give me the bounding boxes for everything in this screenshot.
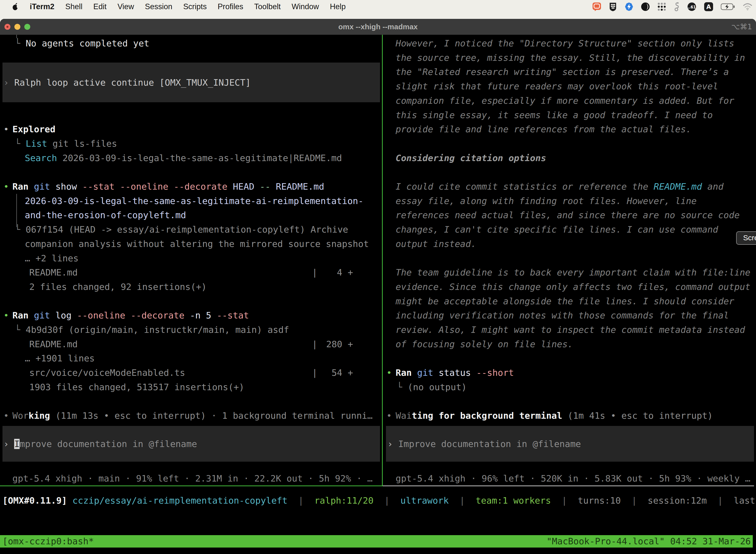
badge-61-icon[interactable]: ..61 bbox=[687, 0, 696, 13]
more-lines-note2: … +1901 lines bbox=[25, 351, 95, 366]
prompt-input-left-text: › Improve documentation in @filename bbox=[3, 437, 197, 451]
thinking-line: slight risk that future readers may over… bbox=[396, 79, 718, 94]
omx-status-bar: [OMX#0.11.9]cczip/essay/ai-reimplementat… bbox=[2, 493, 756, 508]
waiting-status-line: Waiting for background terminal (1m 41s … bbox=[396, 408, 713, 423]
diffstat-row3: src/voice/voiceModeEnabled.ts| 54 + bbox=[29, 366, 185, 380]
explored-bullet: • bbox=[3, 122, 9, 136]
menu-item-help[interactable]: Help bbox=[330, 2, 346, 11]
thinking-line: changes, I can't cite specific file line… bbox=[396, 222, 718, 237]
omx-turns: turns:10 bbox=[578, 495, 621, 506]
readme-link: README.md bbox=[653, 181, 702, 191]
menu-item-window[interactable]: Window bbox=[292, 2, 319, 11]
diffstat-summary: 2 files changed, 92 insertions(+) bbox=[29, 280, 207, 294]
menu-item-shell[interactable]: Shell bbox=[65, 2, 82, 11]
command-arg-wrap2: and-the-erosion-of-copyleft.md bbox=[25, 208, 186, 222]
tmux-host-clock: "MacBook-Pro-44.local" 04:52 31-Mar-26 bbox=[547, 535, 751, 548]
input-source-icon[interactable]: A bbox=[704, 0, 713, 13]
chat-app-icon[interactable] bbox=[592, 0, 601, 13]
active-pane-border bbox=[0, 486, 382, 486]
prompt-input-right[interactable]: › Improve documentation in @filename bbox=[386, 426, 754, 462]
prompt-input-left[interactable]: › Improve documentation in @filename bbox=[2, 426, 380, 462]
desktop: iTerm2 Shell Edit View Session Scripts P… bbox=[0, 0, 756, 554]
model-status-right: gpt-5.4 xhigh · 96% left · 520K in · 5.8… bbox=[396, 472, 750, 486]
commit-line-wrap: companion analysis without altering the … bbox=[25, 237, 369, 251]
more-lines-note: … +2 lines bbox=[25, 251, 79, 266]
svg-text:..61: ..61 bbox=[688, 5, 696, 9]
ran-show-command: Ran git show --stat --oneline --decorate… bbox=[12, 179, 324, 194]
commit-line2: └ 4b9d30f (origin/main, instructkr/main,… bbox=[15, 323, 289, 337]
thinking-line: this single essay, it seems like a good … bbox=[396, 108, 713, 122]
ran-log-bullet: • bbox=[3, 308, 9, 323]
grid-shield-icon[interactable] bbox=[609, 0, 617, 13]
thinking-line: references need actual files, and since … bbox=[396, 208, 740, 222]
omx-mode: ultrawork bbox=[400, 495, 449, 506]
omx-session: session:12m bbox=[648, 495, 707, 506]
battery-icon[interactable] bbox=[721, 0, 735, 13]
command-arg-wrap1: 2026-03-09-is-legal-the-same-as-legitima… bbox=[25, 194, 363, 208]
thinking-heading: Considering citation options bbox=[396, 151, 546, 165]
menu-items: iTerm2 Shell Edit View Session Scripts P… bbox=[12, 0, 346, 13]
apple-menu[interactable] bbox=[12, 0, 19, 13]
explored-title: Explored bbox=[12, 122, 55, 136]
ran-log-command: Ran git log --oneline --decorate -n 5 --… bbox=[12, 308, 249, 323]
menu-status-area: ..61 A bbox=[592, 0, 753, 13]
omx-version: [OMX#0.11.9] bbox=[2, 495, 67, 506]
thinking-line: the source tree, missing the essay. Stil… bbox=[396, 51, 745, 65]
tmux-status-bar: [omx-cczip0:bash* "MacBook-Pro-44.local"… bbox=[0, 535, 753, 548]
thinking-line: essay file, along with finding root file… bbox=[396, 194, 697, 208]
crescent-app-icon[interactable] bbox=[641, 0, 650, 13]
omx-last: last:5m ago bbox=[734, 495, 756, 506]
explored-search-line: Search 2026-03-09-is-legal-the-same-as-l… bbox=[25, 151, 342, 165]
queued-message-box[interactable]: › Ralph loop active continue [OMX_TMUX_I… bbox=[2, 63, 380, 102]
menu-item-profiles[interactable]: Profiles bbox=[217, 2, 243, 11]
terminal-content: └ No agents completed yet › Ralph loop a… bbox=[0, 35, 756, 554]
queued-message: › Ralph loop active continue [OMX_TMUX_I… bbox=[3, 75, 251, 90]
window-shortcut: ⌥⌘1 bbox=[731, 19, 752, 35]
squiggle-icon[interactable] bbox=[674, 0, 680, 13]
thinking-line: including verification notes with those … bbox=[396, 308, 729, 323]
ran-status-command: Ran git status --short bbox=[396, 366, 514, 380]
thinking-line: might be acceptable alongside the file l… bbox=[396, 294, 734, 309]
menu-item-edit[interactable]: Edit bbox=[93, 2, 107, 11]
wifi-icon[interactable] bbox=[743, 0, 753, 13]
diffstat-row: README.md| 4 + bbox=[29, 265, 78, 280]
svg-text:A: A bbox=[706, 3, 711, 10]
menu-item-scripts[interactable]: Scripts bbox=[183, 2, 207, 11]
working-status-line: Working (11m 13s • esc to interrupt) · 1… bbox=[12, 408, 373, 423]
working-bullet: • bbox=[3, 408, 9, 423]
lightning-badge-icon[interactable] bbox=[625, 0, 633, 13]
text-cursor: I bbox=[14, 439, 19, 449]
waiting-bullet: • bbox=[386, 408, 392, 423]
agents-note: └ No agents completed yet bbox=[15, 36, 149, 51]
menu-bar: iTerm2 Shell Edit View Session Scripts P… bbox=[0, 0, 756, 13]
thinking-line: I could cite commit statistics or refere… bbox=[396, 179, 723, 194]
tree-guide bbox=[16, 194, 17, 227]
thinking-line: evidence. Since this change only affects… bbox=[396, 280, 750, 294]
prompt-input-right-text: › Improve documentation in @filename bbox=[387, 437, 581, 451]
thinking-line: of focusing solely on file lines. bbox=[396, 337, 573, 351]
ran-status-bullet: • bbox=[386, 366, 392, 380]
screen-notification: Scre bbox=[736, 231, 756, 245]
menu-item-toolbelt[interactable]: Toolbelt bbox=[254, 2, 281, 11]
dots-grid-icon[interactable] bbox=[657, 0, 666, 13]
window-title: omx --xhigh --madmax bbox=[0, 19, 756, 35]
ran-show-bullet: • bbox=[3, 179, 9, 194]
pane-right[interactable]: However, I noticed the "Directory Struct… bbox=[383, 35, 754, 486]
model-status-left: gpt-5.4 xhigh · main · 91% left · 2.31M … bbox=[12, 472, 373, 486]
omx-branch-path: cczip/essay/ai-reimplementation-copyleft bbox=[72, 495, 288, 506]
tmux-window-label[interactable]: [omx-cczip0:bash* bbox=[2, 535, 94, 548]
thinking-line: provide file and line references from th… bbox=[396, 122, 691, 136]
no-output-line: └ (no output) bbox=[397, 380, 467, 394]
menu-item-view[interactable]: View bbox=[118, 2, 134, 11]
diffstat-row2: README.md|280 + bbox=[29, 337, 78, 351]
thinking-line: The team guideline is to back every impo… bbox=[396, 265, 750, 280]
thinking-line: review. Also, I might want to inspect th… bbox=[396, 323, 745, 337]
thinking-line: the "Related research writing" section i… bbox=[396, 65, 729, 79]
menu-item-session[interactable]: Session bbox=[145, 2, 172, 11]
diffstat-summary2: 1903 files changed, 513517 insertions(+) bbox=[29, 380, 244, 394]
menu-item-app[interactable]: iTerm2 bbox=[30, 2, 54, 11]
pane-left[interactable]: └ No agents completed yet › Ralph loop a… bbox=[0, 35, 382, 486]
title-bar[interactable]: omx --xhigh --madmax ⌥⌘1 bbox=[0, 19, 756, 35]
omx-ralph-counter: ralph:11/20 bbox=[314, 495, 373, 506]
omx-team: team:1 workers bbox=[476, 495, 551, 506]
